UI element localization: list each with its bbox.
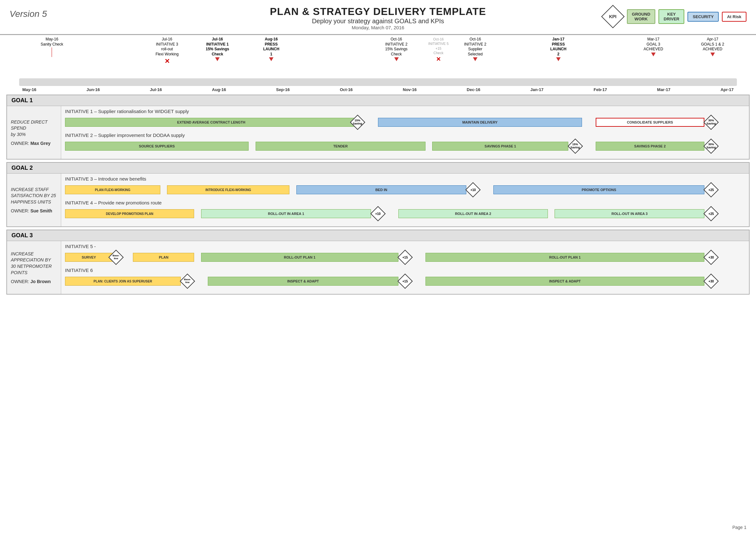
initiative6-block: INITIATIVE 6 PLAN: CLIENTS JOIN AS SUPER… xyxy=(65,268,745,288)
initiative3-gantt: PLAN FLEXI-WORKING INTRODUCE FLEXI-WORKI… xyxy=(65,183,745,196)
bar-savings-phase2: SAVINGS PHASE 2 xyxy=(596,142,704,151)
initiative5-title: INITIATIVE 5 - xyxy=(65,244,745,249)
initiative6-gantt: PLAN: CLIENTS JOIN AS SUPERUSER Base-lin… xyxy=(65,275,745,288)
legend-area: KPI GROUND WORK KEY DRIVER SECURITY At R… xyxy=(602,6,746,27)
diamond-15-saving-init1: 15%Saving xyxy=(350,117,365,128)
goal1-content: REDUCE DIRECTSPENDby 30% OWNER: Max Grey… xyxy=(7,106,749,159)
bar-maintain-delivery: MAINTAIN DELIVERY xyxy=(378,118,582,127)
diamond-plus25-init3: +25 xyxy=(704,184,718,196)
goal2-sidebar-main: INCREASE STAFFSATISFACTION BY 25HAPPINES… xyxy=(11,186,57,206)
month-mar17: Mar-17 xyxy=(657,87,671,92)
goal2-section: GOAL 2 INCREASE STAFFSATISFACTION BY 25H… xyxy=(6,162,750,227)
milestone-init2-supplier: Oct-16INITIATIVE 2SupplierSelected xyxy=(464,37,486,61)
bar-rollout-area1: ROLL-OUT IN AREA 1 xyxy=(201,209,371,218)
month-feb17: Feb-17 xyxy=(593,87,607,92)
milestone-goals12-achieved: Apr-17GOALS 1 & 2ACHIEVED xyxy=(701,37,724,56)
month-aug16: Aug-16 xyxy=(212,87,226,92)
bar-rollout-area2: ROLL-OUT IN AREA 2 xyxy=(398,209,548,218)
kpi-diamond-container: KPI xyxy=(602,6,624,27)
bar-inspect-adapt-init6: INSPECT & ADAPT xyxy=(208,277,398,286)
bar-plan-clients: PLAN: CLIENTS JOIN AS SUPERUSER xyxy=(65,277,181,286)
initiative5-gantt: SURVEY Base-line PLAN ROLL-OUT PLAN 1 +1… xyxy=(65,251,745,264)
bar-promote-options: PROMOTE OPTIONS xyxy=(493,185,704,194)
timeline-bar xyxy=(19,78,737,86)
initiative4-gantt: DEVELOP PROMOTIONS PLAN ROLL-OUT IN AREA… xyxy=(65,207,745,220)
bar-savings-phase1: SAVINGS PHASE 1 xyxy=(432,142,568,151)
legend-atrisk: At Risk xyxy=(722,12,746,22)
bar-rollout-plan1b-init5: ROLL-OUT PLAN 1 xyxy=(426,253,704,262)
bar-inspect-adapt2-init6: INSPECT & ADAPT xyxy=(426,277,704,286)
month-apr17: Apr-17 xyxy=(721,87,734,92)
diamond-plus15-init5: +15 xyxy=(398,252,412,263)
version-label: Version 5 xyxy=(10,9,47,19)
header-divider xyxy=(0,34,756,35)
milestone-press-launch-2: Jan-17PRESSLAUNCH2 xyxy=(550,37,566,61)
diamond-30-saving-init2: 30%Saving xyxy=(704,140,718,152)
header: Version 5 PLAN & STRATEGY DELIVERY TEMPL… xyxy=(0,0,756,32)
goal3-section: GOAL 3 INCREASEAPPRECIATION BY30 NETPROM… xyxy=(6,230,750,295)
milestone-sanity-check: May-16Sanity Check xyxy=(41,37,63,57)
goal1-sidebar-main: REDUCE DIRECTSPENDby 30% xyxy=(11,119,57,138)
month-jan17: Jan-17 xyxy=(530,87,543,92)
bar-bed-in: BED IN xyxy=(296,185,467,194)
legend-security: SECURITY xyxy=(687,12,719,22)
diamond-15-saving-init2: 15%Saving xyxy=(568,140,582,152)
diamond-plus25-init4: +25 xyxy=(704,208,718,219)
goal3-content: INCREASEAPPRECIATION BY30 NETPROMOTERPOI… xyxy=(7,241,749,294)
diamond-plus10-init4: +10 xyxy=(371,208,385,219)
goal1-section: GOAL 1 REDUCE DIRECTSPENDby 30% OWNER: M… xyxy=(6,95,750,159)
diamond-plus30-init6: +30 xyxy=(704,275,718,287)
bar-introduce-flexi: INTRODUCE FLEXI-WORKING xyxy=(167,185,289,194)
initiative2-block: INITIATIVE 2 – Supplier improvement for … xyxy=(65,132,745,153)
month-oct16: Oct-16 xyxy=(340,87,352,92)
legend-groundwork: GROUND WORK xyxy=(627,9,655,24)
page-footer: Page 1 xyxy=(732,525,746,530)
diamond-baseline-init5: Base-line xyxy=(109,252,123,263)
milestone-init2-savings: Oct-16INITIATIVE 215% SavingsCheck xyxy=(385,37,408,61)
initiative4-title: INITIATIVE 4 – Provide new promotions ro… xyxy=(65,200,745,206)
goal2-content: INCREASE STAFFSATISFACTION BY 25HAPPINES… xyxy=(7,174,749,226)
initiative1-title: INITIATIVE 1 – Supplier rationalisation … xyxy=(65,109,745,114)
initiative1-block: INITIATIVE 1 – Supplier rationalisation … xyxy=(65,109,745,129)
milestones-area: May-16Sanity Check Jul-16INITIATIVE 3rol… xyxy=(19,37,737,78)
bar-plan-init5: PLAN xyxy=(133,253,194,262)
initiative6-title: INITIATIVE 6 xyxy=(65,268,745,273)
goal1-sidebar-owner: OWNER: Max Grey xyxy=(11,141,57,146)
timeline-months: May-16 Jun-16 Jul-16 Aug-16 Sep-16 Oct-1… xyxy=(19,86,737,92)
bar-rollout-plan1-init5: ROLL-OUT PLAN 1 xyxy=(201,253,398,262)
month-jun16: Jun-16 xyxy=(86,87,100,92)
initiative5-block: INITIATIVE 5 - SURVEY Base-line PLAN ROL… xyxy=(65,244,745,264)
month-jul16: Jul-16 xyxy=(150,87,162,92)
kpi-label: KPI xyxy=(609,14,617,19)
milestone-init5-check: Oct-16INITIATIVE 5+15Check ✕ xyxy=(428,37,449,63)
initiative1-gantt: EXTEND AVERAGE CONTRACT LENGTH 15%Saving… xyxy=(65,116,745,129)
goal2-sidebar: INCREASE STAFFSATISFACTION BY 25HAPPINES… xyxy=(7,174,61,226)
goal3-header: GOAL 3 xyxy=(7,230,749,241)
diamond-plus10-init3: +10 xyxy=(466,184,480,196)
goal1-initiatives: INITIATIVE 1 – Supplier rationalisation … xyxy=(61,106,749,159)
milestone-goal3-achieved: Mar-17GOAL 3ACHIEVED xyxy=(644,37,663,56)
initiative3-block: INITIATIVE 3 – Introduce new benefits PL… xyxy=(65,176,745,196)
goal2-sidebar-owner: OWNER: Sue Smith xyxy=(11,208,57,213)
bar-tender: TENDER xyxy=(256,142,426,151)
milestone-init1-savings: Jul-16INITIATIVE 115% SavingsCheck xyxy=(206,37,229,61)
bar-extend-contract: EXTEND AVERAGE CONTRACT LENGTH xyxy=(65,118,358,127)
diamond-baseline-init6: Base-line xyxy=(180,275,195,287)
month-dec16: Dec-16 xyxy=(467,87,480,92)
goal3-sidebar-owner: OWNER: Jo Brown xyxy=(11,279,57,284)
initiative4-block: INITIATIVE 4 – Provide new promotions ro… xyxy=(65,200,745,220)
goal3-sidebar: INCREASEAPPRECIATION BY30 NETPROMOTERPOI… xyxy=(7,241,61,294)
initiative2-title: INITIATIVE 2 – Supplier improvement for … xyxy=(65,132,745,138)
bar-consolidate-suppliers: CONSOLIDATE SUPPLIERS xyxy=(596,118,704,127)
milestone-init3-rollout: Jul-16INITIATIVE 3roll-outFlexi Working … xyxy=(156,37,178,65)
timeline-section: May-16Sanity Check Jul-16INITIATIVE 3rol… xyxy=(0,37,756,92)
month-nov16: Nov-16 xyxy=(403,87,416,92)
initiative2-gantt: SOURCE SUPPLIERS TENDER SAVINGS PHASE 1 … xyxy=(65,140,745,153)
diamond-plus30-init5: +30 xyxy=(704,252,718,263)
goal1-header: GOAL 1 xyxy=(7,95,749,106)
goal1-sidebar: REDUCE DIRECTSPENDby 30% OWNER: Max Grey xyxy=(7,106,61,159)
goal3-initiatives: INITIATIVE 5 - SURVEY Base-line PLAN ROL… xyxy=(61,241,749,294)
month-may16: May-16 xyxy=(22,87,36,92)
bar-survey: SURVEY xyxy=(65,253,112,262)
bar-source-suppliers: SOURCE SUPPLIERS xyxy=(65,142,249,151)
